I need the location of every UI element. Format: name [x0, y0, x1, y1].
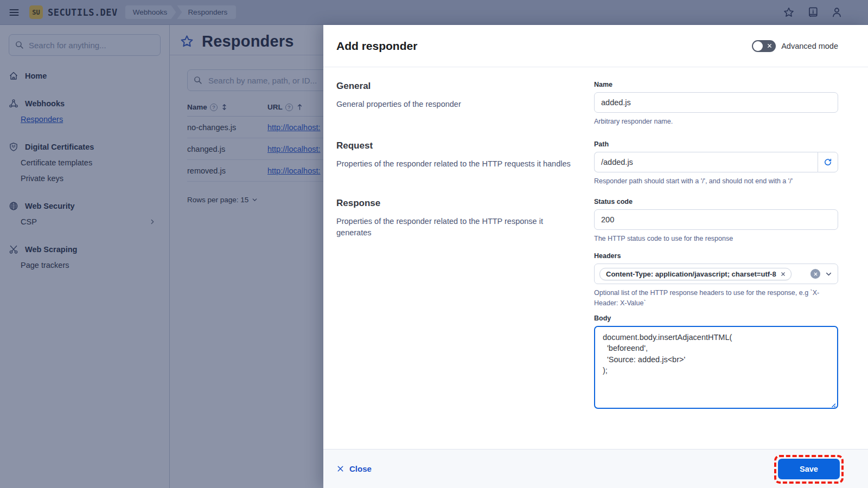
remove-header-tag-icon[interactable]	[780, 271, 786, 277]
section-heading: Request	[336, 140, 573, 151]
close-button-label: Close	[349, 464, 372, 473]
name-help-text: Arbitrary responder name.	[594, 117, 838, 126]
section-heading: General	[336, 81, 573, 92]
header-tag: Content-Type: application/javascript; ch…	[599, 268, 792, 280]
section-heading: Response	[336, 198, 573, 209]
save-button[interactable]: Save	[778, 459, 840, 479]
regenerate-path-button[interactable]	[818, 152, 838, 172]
body-field[interactable]: document.body.insertAdjacentHTML( 'befor…	[594, 326, 838, 409]
header-tag-label: Content-Type: application/javascript; ch…	[606, 270, 776, 278]
section-response: Response Properties of the responder rel…	[336, 198, 573, 425]
status-code-field[interactable]	[594, 209, 838, 230]
app-root: SU SECUTILS.DEV Webhooks Responders	[0, 0, 868, 488]
name-label: Name	[594, 81, 838, 88]
add-responder-flyout: Add responder Advanced mode General Gene…	[323, 25, 868, 488]
status-code-help-text: The HTTP status code to use for the resp…	[594, 234, 838, 243]
refresh-icon	[824, 158, 832, 166]
status-code-label: Status code	[594, 198, 838, 206]
advanced-mode-label: Advanced mode	[781, 42, 838, 50]
close-button[interactable]: Close	[336, 464, 372, 473]
advanced-mode-toggle[interactable]	[752, 40, 776, 52]
flyout-footer: Close Save	[323, 449, 868, 488]
headers-help-text: Optional list of the HTTP response heade…	[594, 288, 838, 307]
chevron-down-icon[interactable]	[825, 270, 833, 278]
close-x-icon	[336, 465, 344, 473]
path-field[interactable]	[594, 152, 818, 172]
path-label: Path	[594, 140, 838, 148]
section-description: Properties of the responder related to t…	[336, 216, 573, 239]
body-label: Body	[594, 314, 838, 322]
headers-label: Headers	[594, 252, 838, 260]
headers-combobox[interactable]: Content-Type: application/javascript; ch…	[594, 264, 838, 284]
section-description: General properties of the responder	[336, 99, 573, 110]
section-description: Properties of the responder related to t…	[336, 158, 573, 170]
name-field[interactable]	[594, 92, 838, 113]
flyout-title: Add responder	[336, 40, 752, 53]
section-request: Request Properties of the responder rela…	[336, 140, 573, 198]
clear-circle-icon[interactable]	[810, 269, 820, 279]
path-help-text: Responder path should start with a '/', …	[594, 176, 838, 186]
section-general: General General properties of the respon…	[336, 81, 573, 140]
toggle-off-x-icon	[767, 43, 773, 49]
